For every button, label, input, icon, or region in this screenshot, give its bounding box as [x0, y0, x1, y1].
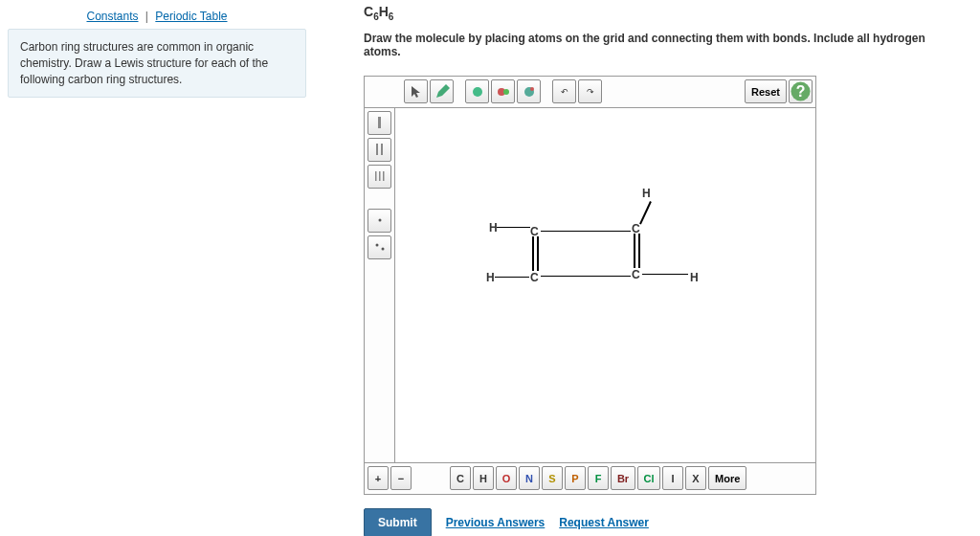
element-p-button[interactable]: P: [565, 466, 586, 490]
reset-button[interactable]: Reset: [745, 79, 787, 103]
svg-rect-7: [378, 117, 381, 128]
bond: [634, 234, 635, 268]
side-toolbar: [365, 108, 395, 462]
help-button[interactable]: ?: [789, 79, 813, 103]
prompt-text: Carbon ring structures are common in org…: [8, 29, 306, 98]
molecular-formula: C6H6: [364, 4, 961, 22]
top-toolbar: ↶ ↷ Reset ?: [365, 77, 815, 108]
svg-rect-11: [379, 171, 381, 181]
atom-label: C: [632, 268, 640, 281]
bond: [639, 201, 651, 224]
lone-pair-tool-2[interactable]: [368, 235, 391, 259]
bottom-toolbar: + − C H O N S P F Br Cl I X More: [365, 462, 815, 494]
select-tool[interactable]: [404, 79, 428, 103]
draw-tool[interactable]: [430, 79, 454, 103]
element-s-button[interactable]: S: [542, 466, 563, 490]
svg-rect-10: [375, 171, 377, 181]
separator: |: [145, 10, 148, 23]
element-f-button[interactable]: F: [588, 466, 609, 490]
element-i-button[interactable]: I: [662, 466, 683, 490]
bond: [541, 231, 631, 233]
atom-label: H: [489, 221, 498, 234]
element-o-button[interactable]: O: [496, 466, 517, 490]
bond: [541, 276, 631, 278]
element-c-button[interactable]: C: [450, 466, 471, 490]
request-answer-link[interactable]: Request Answer: [559, 516, 649, 529]
atom-label: C: [530, 271, 539, 284]
element-cl-button[interactable]: Cl: [637, 466, 660, 490]
undo-button[interactable]: ↶: [552, 79, 576, 103]
left-panel: Constants | Periodic Table Carbon ring s…: [0, 0, 321, 536]
editor-body: H C H C C C H H: [365, 108, 815, 462]
atom-label: H: [690, 271, 699, 284]
svg-point-0: [473, 87, 482, 97]
svg-text:?: ?: [796, 84, 806, 100]
lone-pair-tool-1[interactable]: [368, 209, 391, 233]
svg-point-4: [530, 87, 534, 91]
action-row: Submit Previous Answers Request Answer: [364, 508, 961, 536]
atom-label: C: [632, 222, 640, 235]
molecule-editor: ↶ ↷ Reset ?: [364, 76, 816, 495]
single-bond-tool[interactable]: [368, 111, 391, 135]
svg-point-2: [503, 89, 509, 95]
double-bond-tool[interactable]: [368, 138, 391, 162]
atom-tool-2[interactable]: [491, 79, 515, 103]
bond: [532, 236, 534, 271]
svg-point-15: [381, 248, 384, 251]
svg-point-13: [378, 219, 381, 222]
more-elements-button[interactable]: More: [708, 466, 746, 490]
reference-links: Constants | Periodic Table: [8, 10, 306, 23]
atom-label: C: [530, 225, 539, 238]
atom-label: H: [486, 271, 495, 284]
bond: [495, 277, 529, 279]
element-h-button[interactable]: H: [473, 466, 494, 490]
charge-minus-button[interactable]: −: [390, 466, 412, 490]
bond: [638, 234, 640, 268]
triple-bond-tool[interactable]: [368, 165, 391, 189]
element-n-button[interactable]: N: [519, 466, 540, 490]
bond: [642, 274, 688, 276]
bond: [537, 236, 539, 271]
charge-plus-button[interactable]: +: [368, 466, 389, 490]
instruction-text: Draw the molecule by placing atoms on th…: [364, 32, 961, 58]
element-br-button[interactable]: Br: [611, 466, 635, 490]
svg-rect-12: [383, 171, 385, 181]
periodic-table-link[interactable]: Periodic Table: [155, 10, 227, 23]
svg-rect-9: [381, 144, 383, 155]
atom-label: H: [642, 187, 651, 200]
constants-link[interactable]: Constants: [86, 10, 138, 23]
atom-tool-1[interactable]: [465, 79, 489, 103]
right-panel: C6H6 Draw the molecule by placing atoms …: [321, 0, 980, 536]
redo-button[interactable]: ↷: [578, 79, 602, 103]
bond: [497, 227, 530, 229]
atom-tool-3[interactable]: [517, 79, 541, 103]
submit-button[interactable]: Submit: [364, 508, 432, 536]
drawing-canvas[interactable]: H C H C C C H H: [395, 108, 815, 462]
svg-rect-8: [376, 144, 378, 155]
svg-point-14: [375, 244, 378, 247]
erase-button[interactable]: X: [685, 466, 706, 490]
previous-answers-link[interactable]: Previous Answers: [446, 516, 546, 529]
